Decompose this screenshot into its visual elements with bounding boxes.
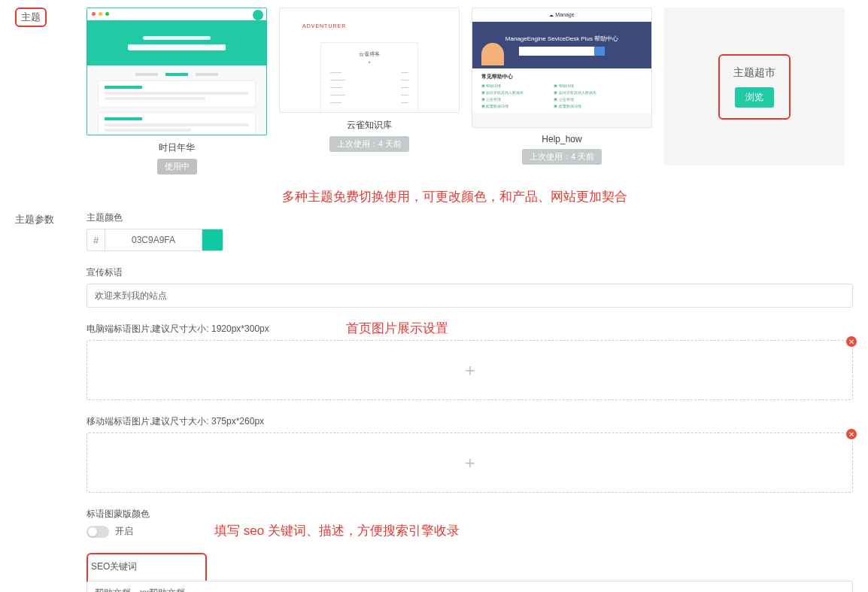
color-hash-prefix: # xyxy=(86,229,105,251)
slogan-input[interactable] xyxy=(86,284,853,308)
theme-badge-3: 上次使用：4 天前 xyxy=(522,149,602,165)
theme-thumb-3: ☁ Manage ManageEngine SeviceDesk Plus 帮助… xyxy=(472,8,652,128)
theme-name-2: 云雀知识库 xyxy=(347,119,392,132)
annotation-banner: 首页图片展示设置 xyxy=(346,320,448,337)
theme-card-2[interactable]: ADVENTURER 云雀博客 ● ————— —————— ————— ———… xyxy=(279,8,460,175)
theme-card-1[interactable]: 时日年华 使用中 xyxy=(86,8,267,175)
mobile-banner-upload[interactable]: ＋ ✕ xyxy=(86,433,853,493)
mask-color-label: 标语图蒙版颜色 xyxy=(86,508,853,521)
mask-toggle-label: 开启 xyxy=(115,525,133,538)
annotation-seo: 填写 seo 关键词、描述，方便搜索引擎收录 xyxy=(214,522,460,539)
theme-thumb-2: ADVENTURER 云雀博客 ● ————— —————— ————— ———… xyxy=(279,8,460,113)
theme-badge-2: 上次使用：4 天前 xyxy=(329,136,409,152)
sidebar-theme-label: 主题 xyxy=(15,8,47,27)
pc-banner-label: 电脑端标语图片,建议尺寸大小: 1920px*300px xyxy=(86,323,853,335)
slogan-field-label: 宣传标语 xyxy=(86,266,853,279)
color-field-label: 主题颜色 xyxy=(86,211,853,224)
plus-icon: ＋ xyxy=(462,359,478,381)
browse-button[interactable]: 浏览 xyxy=(735,87,774,108)
color-hex-input[interactable] xyxy=(105,229,202,251)
pc-banner-upload[interactable]: ＋ ✕ xyxy=(86,340,853,400)
plus-icon: ＋ xyxy=(462,451,478,474)
remove-mobile-banner-icon[interactable]: ✕ xyxy=(846,429,857,439)
theme-name-1: 时日年华 xyxy=(159,141,195,154)
theme-badge-1: 使用中 xyxy=(157,159,197,175)
mobile-banner-label: 移动端标语图片,建议尺寸大小: 375px*260px xyxy=(86,415,853,428)
remove-pc-banner-icon[interactable]: ✕ xyxy=(846,336,857,347)
seo-keywords-label: SEO关键词 xyxy=(91,560,198,573)
sidebar-params-label: 主题参数 xyxy=(15,211,86,592)
color-swatch[interactable] xyxy=(202,229,223,251)
theme-card-3[interactable]: ☁ Manage ManageEngine SeviceDesk Plus 帮助… xyxy=(472,8,652,175)
theme-thumb-1 xyxy=(86,8,267,135)
theme-name-3: Help_how xyxy=(542,134,581,144)
mask-toggle[interactable] xyxy=(86,526,109,538)
seo-keywords-input[interactable] xyxy=(86,581,853,592)
annotation-themes: 多种主题免费切换使用，可更改颜色，和产品、网站更加契合 xyxy=(282,188,853,205)
color-input-group: # xyxy=(86,229,853,251)
theme-market-card: 主题超市 浏览 xyxy=(664,8,845,165)
theme-market-title: 主题超市 xyxy=(733,66,775,80)
themes-row: 时日年华 使用中 ADVENTURER 云雀博客 ● ————— —————— … xyxy=(86,8,853,175)
